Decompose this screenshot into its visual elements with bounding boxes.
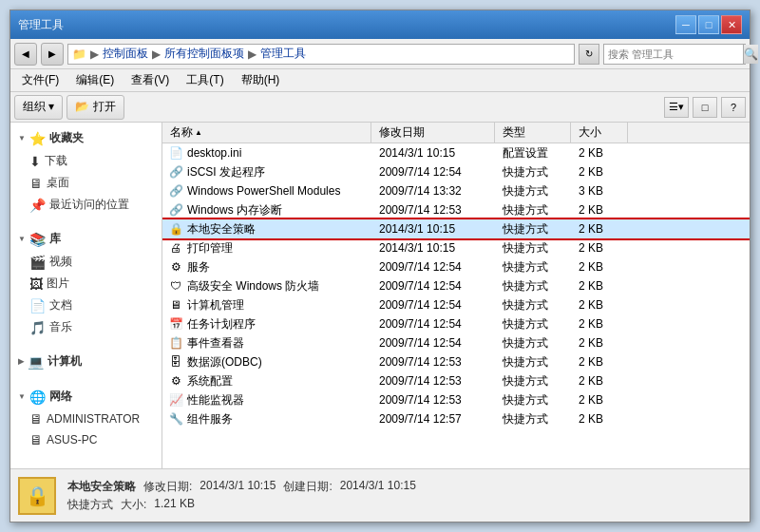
file-date: 2009/7/14 12:53 — [373, 374, 497, 388]
sidebar-item-music[interactable]: 🎵 音乐 — [10, 316, 162, 338]
file-name: 本地安全策略 — [187, 221, 256, 238]
computer-arrow: ▶ — [18, 357, 24, 366]
file-row[interactable]: 🔒本地安全策略2014/3/1 10:15快捷方式2 KB — [162, 219, 750, 238]
file-date: 2009/7/14 12:54 — [373, 165, 497, 179]
file-date: 2009/7/14 12:54 — [373, 260, 497, 274]
network-arrow: ▼ — [18, 392, 26, 401]
menu-view[interactable]: 查看(V) — [124, 70, 177, 90]
header-date[interactable]: 修改日期 — [371, 123, 495, 142]
maximize-button[interactable]: □ — [698, 15, 719, 34]
refresh-button[interactable]: ↻ — [579, 44, 599, 65]
sidebar-header-computer[interactable]: ▶ 💻 计算机 — [10, 350, 162, 373]
file-icon: ⚙ — [168, 373, 183, 389]
search-input[interactable] — [604, 48, 743, 60]
file-row[interactable]: 🔧组件服务2009/7/14 12:57快捷方式2 KB — [162, 409, 750, 428]
file-size: 2 KB — [573, 203, 630, 217]
sidebar-item-videos[interactable]: 🎬 视频 — [10, 251, 162, 273]
menu-help[interactable]: 帮助(H) — [234, 70, 288, 90]
sidebar-item-documents[interactable]: 📄 文档 — [10, 294, 162, 316]
file-row[interactable]: ⚙服务2009/7/14 12:54快捷方式2 KB — [162, 257, 750, 276]
file-type: 快捷方式 — [497, 259, 573, 276]
file-name: 事件查看器 — [187, 335, 244, 352]
breadcrumb-control-panel[interactable]: 控制面板 — [103, 46, 148, 62]
back-button[interactable]: ◀ — [14, 43, 37, 66]
minimize-button[interactable]: ─ — [675, 15, 696, 34]
file-size: 2 KB — [573, 374, 630, 388]
sidebar-item-recent[interactable]: 📌 最近访问的位置 — [10, 194, 162, 216]
file-row[interactable]: 📋事件查看器2009/7/14 12:54快捷方式2 KB — [162, 333, 750, 352]
sidebar-header-favorites[interactable]: ▼ ⭐ 收藏夹 — [10, 126, 162, 150]
file-row[interactable]: 🗄数据源(ODBC)2009/7/14 12:53快捷方式2 KB — [162, 352, 750, 371]
documents-icon: 📄 — [29, 298, 46, 314]
file-date: 2009/7/14 12:54 — [373, 298, 497, 312]
favorites-icon: ⭐ — [29, 131, 46, 146]
pictures-icon: 🖼 — [29, 276, 43, 292]
file-size: 2 KB — [573, 241, 630, 255]
view-toggle-button[interactable]: ☰▾ — [664, 97, 689, 118]
file-name-cell: 🛡高级安全 Windows 防火墙 — [164, 278, 373, 294]
file-name-cell: 📈性能监视器 — [164, 392, 373, 408]
breadcrumb-admin-tools[interactable]: 管理工具 — [260, 46, 306, 62]
forward-button[interactable]: ▶ — [41, 43, 64, 66]
organize-button[interactable]: 组织 ▾ — [14, 95, 63, 120]
file-type: 快捷方式 — [497, 335, 573, 352]
menu-edit[interactable]: 编辑(E) — [68, 70, 122, 90]
sidebar-header-network[interactable]: ▼ 🌐 网络 — [10, 385, 162, 408]
sidebar-item-administrator[interactable]: 🖥 ADMINISTRATOR — [10, 408, 162, 429]
file-row[interactable]: 🔗Windows 内存诊断2009/7/14 12:53快捷方式2 KB — [162, 200, 750, 219]
file-row[interactable]: ⚙系统配置2009/7/14 12:53快捷方式2 KB — [162, 371, 750, 390]
library-arrow: ▼ — [18, 235, 26, 243]
sidebar-item-desktop[interactable]: 🖥 桌面 — [10, 172, 162, 194]
menu-tools[interactable]: 工具(T) — [179, 70, 231, 90]
file-icon: ⚙ — [168, 259, 183, 275]
file-date: 2009/7/14 12:53 — [373, 203, 497, 217]
file-name-cell: 🖥计算机管理 — [164, 297, 373, 314]
status-name-row: 本地安全策略 修改日期: 2014/3/1 10:15 创建日期: 2014/3… — [67, 479, 416, 495]
file-icon: 🔗 — [168, 202, 183, 218]
file-row[interactable]: 🛡高级安全 Windows 防火墙2009/7/14 12:54快捷方式2 KB — [162, 276, 750, 295]
search-icon[interactable]: 🔍 — [743, 45, 758, 64]
status-created-label: 创建日期: — [283, 479, 332, 495]
desktop-label: 桌面 — [47, 175, 69, 191]
asus-pc-label: ASUS-PC — [47, 433, 97, 446]
file-row[interactable]: 🖨打印管理2014/3/1 10:15快捷方式2 KB — [162, 238, 750, 257]
sidebar-item-asus-pc[interactable]: 🖥 ASUS-PC — [10, 429, 162, 450]
window-title: 管理工具 — [18, 17, 64, 33]
file-date: 2009/7/14 12:53 — [373, 355, 497, 369]
help-button[interactable]: ? — [721, 97, 746, 118]
file-row[interactable]: 🖥计算机管理2009/7/14 12:54快捷方式2 KB — [162, 295, 750, 314]
videos-label: 视频 — [49, 254, 72, 270]
sidebar-item-pictures[interactable]: 🖼 图片 — [10, 273, 162, 294]
sidebar-header-library[interactable]: ▼ 📚 库 — [10, 227, 162, 251]
close-button[interactable]: ✕ — [721, 15, 742, 34]
file-row[interactable]: 📅任务计划程序2009/7/14 12:54快捷方式2 KB — [162, 314, 750, 333]
file-row[interactable]: 🔗iSCSI 发起程序2009/7/14 12:54快捷方式2 KB — [162, 162, 750, 181]
title-bar: 管理工具 ─ □ ✕ — [10, 10, 750, 39]
file-row[interactable]: 📈性能监视器2009/7/14 12:53快捷方式2 KB — [162, 390, 750, 409]
file-name: 系统配置 — [187, 373, 233, 390]
file-name-cell: 📋事件查看器 — [164, 335, 373, 352]
breadcrumb-all-items[interactable]: 所有控制面板项 — [164, 46, 244, 62]
status-bar: 🔒 本地安全策略 修改日期: 2014/3/1 10:15 创建日期: 2014… — [10, 468, 750, 522]
file-size: 2 KB — [573, 165, 630, 179]
address-path: 📁 ▶ 控制面板 ▶ 所有控制面板项 ▶ 管理工具 — [67, 44, 575, 65]
file-row[interactable]: 📄desktop.ini2014/3/1 10:15配置设置2 KB — [162, 143, 750, 162]
header-type[interactable]: 类型 — [495, 123, 571, 142]
status-size-label: 大小: — [121, 497, 146, 513]
status-created-value: 2014/3/1 10:15 — [340, 479, 416, 495]
sidebar-item-downloads[interactable]: ⬇ 下载 — [10, 150, 162, 172]
file-type: 快捷方式 — [497, 240, 573, 256]
layout-button[interactable]: □ — [693, 97, 717, 118]
header-size[interactable]: 大小 — [571, 123, 628, 142]
file-icon: 🔧 — [168, 411, 183, 427]
menu-file[interactable]: 文件(F) — [14, 70, 66, 90]
file-name-cell: ⚙系统配置 — [164, 373, 373, 390]
open-button[interactable]: 📂 打开 — [66, 95, 124, 120]
file-size: 2 KB — [573, 260, 630, 274]
file-name: iSCSI 发起程序 — [187, 164, 265, 180]
recent-label: 最近访问的位置 — [49, 197, 129, 213]
file-type: 快捷方式 — [497, 221, 573, 238]
header-name[interactable]: 名称 ▲ — [162, 123, 371, 142]
file-icon: 📄 — [168, 145, 183, 161]
file-row[interactable]: 🔗Windows PowerShell Modules2009/7/14 13:… — [162, 181, 750, 200]
